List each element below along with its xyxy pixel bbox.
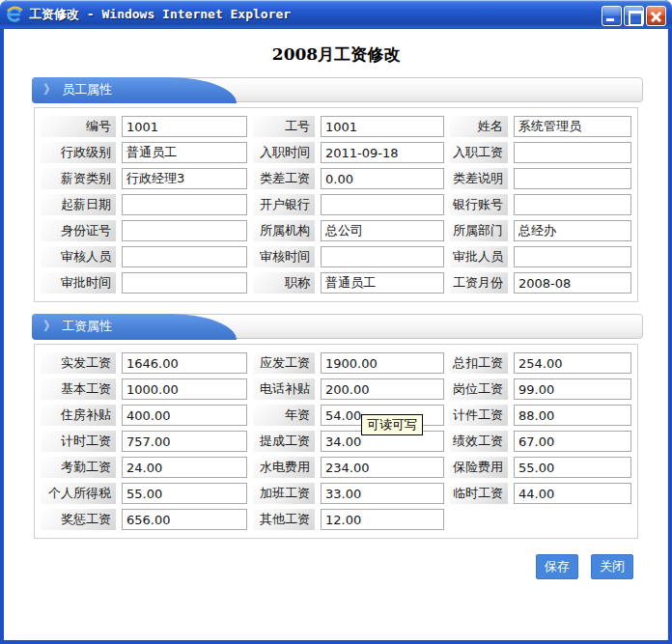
field-label: 实发工资: [41, 352, 116, 374]
field-label: 奖惩工资: [41, 509, 116, 530]
field-label: 计件工资: [450, 405, 508, 426]
field-input[interactable]: [321, 246, 444, 267]
field-input[interactable]: [122, 272, 247, 294]
field-input[interactable]: [321, 509, 444, 530]
field-label: 应发工资: [253, 352, 315, 374]
field-label: 提成工资: [253, 431, 315, 452]
field-input[interactable]: [514, 272, 631, 294]
field-label: 总扣工资: [450, 352, 508, 374]
field-label: 姓名: [450, 116, 508, 137]
field-input[interactable]: [514, 194, 631, 215]
chevrons-icon: 》: [43, 319, 56, 333]
action-bar: 保存 关闭: [4, 554, 633, 579]
field-input[interactable]: [122, 220, 247, 241]
field-label: 个人所得税: [41, 483, 116, 504]
field-label: 行政级别: [41, 142, 116, 163]
field-input[interactable]: [514, 457, 631, 478]
section-employee: 》员工属性 编号工号姓名行政级别入职时间入职工资薪资类别类差工资类差说明起薪日期…: [4, 77, 668, 302]
field-input[interactable]: [514, 378, 631, 400]
field-label: 开户银行: [253, 194, 315, 215]
field-grid: 实发工资应发工资总扣工资基本工资电话补贴岗位工资住房补贴年资计件工资计时工资提成…: [41, 352, 631, 530]
field-label: 工号: [253, 116, 315, 137]
field-grid: 编号工号姓名行政级别入职时间入职工资薪资类别类差工资类差说明起薪日期开户银行银行…: [41, 116, 631, 294]
field-input[interactable]: [321, 272, 444, 294]
field-input[interactable]: [514, 483, 631, 504]
field-label: 考勤工资: [41, 457, 116, 478]
section-tab: 》工资属性: [32, 314, 237, 340]
field-input[interactable]: [321, 142, 444, 163]
field-input[interactable]: [321, 483, 444, 504]
field-input[interactable]: [122, 246, 247, 267]
field-label: 入职时间: [253, 142, 315, 163]
browser-window: 工资修改 - Windows Internet Explorer 2008月工资…: [0, 0, 672, 644]
field-label: 起薪日期: [41, 194, 116, 215]
title-bar: 工资修改 - Windows Internet Explorer: [0, 0, 672, 29]
field-label: 银行账号: [450, 194, 508, 215]
chevrons-icon: 》: [43, 82, 56, 97]
field-input[interactable]: [321, 457, 444, 478]
empty-cell: [514, 509, 631, 530]
field-input[interactable]: [122, 405, 247, 426]
section-salary: 》工资属性 实发工资应发工资总扣工资基本工资电话补贴岗位工资住房补贴年资计件工资…: [4, 314, 668, 539]
field-label: 所属机构: [253, 220, 315, 241]
field-input[interactable]: [514, 220, 631, 241]
field-input[interactable]: [122, 194, 247, 215]
field-label: 电话补贴: [253, 378, 315, 400]
field-label: 年资: [253, 405, 315, 426]
field-label: 绩效工资: [450, 431, 508, 452]
field-input[interactable]: [122, 431, 247, 452]
field-label: 类差说明: [450, 168, 508, 189]
field-input[interactable]: [321, 220, 444, 241]
field-input[interactable]: [122, 378, 247, 400]
field-input[interactable]: [122, 483, 247, 504]
window-controls: [602, 6, 666, 26]
maximize-button[interactable]: [624, 6, 644, 26]
field-label: 住房补贴: [41, 405, 116, 426]
readwrite-tooltip: 可读可写: [361, 414, 423, 435]
field-label: 编号: [41, 116, 116, 137]
close-button[interactable]: 关闭: [591, 554, 633, 579]
page-title: 2008月工资修改: [4, 43, 668, 66]
field-input[interactable]: [514, 142, 631, 163]
field-input[interactable]: [514, 431, 631, 452]
field-label: 所属部门: [450, 220, 508, 241]
minimize-button[interactable]: [602, 6, 622, 26]
field-input[interactable]: [321, 378, 444, 400]
field-input[interactable]: [514, 116, 631, 137]
field-input[interactable]: [122, 352, 247, 374]
field-label: 入职工资: [450, 142, 508, 163]
field-input[interactable]: [122, 168, 247, 189]
close-icon[interactable]: [646, 6, 666, 26]
field-label: 基本工资: [41, 378, 116, 400]
page-content: 2008月工资修改 》员工属性 编号工号姓名行政级别入职时间入职工资薪资类别类差…: [4, 29, 668, 640]
section-header-bar: 》员工属性: [32, 77, 643, 102]
field-input[interactable]: [122, 457, 247, 478]
field-input[interactable]: [122, 509, 247, 530]
window-title: 工资修改 - Windows Internet Explorer: [29, 6, 291, 23]
field-input[interactable]: [122, 142, 247, 163]
section-body: 编号工号姓名行政级别入职时间入职工资薪资类别类差工资类差说明起薪日期开户银行银行…: [34, 107, 638, 302]
field-label: 审核时间: [253, 246, 315, 267]
field-input[interactable]: [514, 405, 631, 426]
field-label: 其他工资: [253, 509, 315, 530]
field-label: 加班工资: [253, 483, 315, 504]
field-input[interactable]: [122, 116, 247, 137]
field-input[interactable]: [321, 168, 444, 189]
field-label: 水电费用: [253, 457, 315, 478]
field-input[interactable]: [321, 194, 444, 215]
field-input[interactable]: [514, 168, 631, 189]
section-title: 员工属性: [62, 82, 112, 97]
field-input[interactable]: [514, 352, 631, 374]
internet-explorer-icon: [6, 6, 23, 23]
field-label: 类差工资: [253, 168, 315, 189]
field-input[interactable]: [321, 116, 444, 137]
field-label: [450, 509, 508, 530]
field-label: 岗位工资: [450, 378, 508, 400]
field-label: 临时工资: [450, 483, 508, 504]
section-header-bar: 》工资属性: [32, 314, 643, 339]
field-input[interactable]: [321, 352, 444, 374]
field-label: 审批时间: [41, 272, 116, 294]
save-button[interactable]: 保存: [536, 554, 578, 579]
section-title: 工资属性: [62, 319, 112, 333]
field-input[interactable]: [514, 246, 631, 267]
